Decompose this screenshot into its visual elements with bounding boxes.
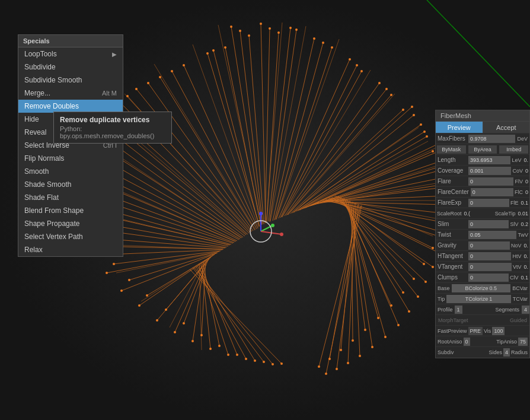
gravity-label: Gravity [436,242,468,249]
menu-item-label: Reveal [24,128,46,136]
twist-bar[interactable]: 0.05 [468,231,516,239]
menu-item-shape-propagate[interactable]: Shape Propagate [18,217,123,230]
svg-point-238 [364,329,366,331]
menu-item-relax[interactable]: Relax [18,243,123,256]
svg-point-236 [377,317,379,319]
svg-point-157 [420,123,422,126]
slim-label: Slim [436,221,468,227]
svg-point-229 [128,279,130,281]
accept-button[interactable]: Accept [483,122,530,133]
length-bar[interactable]: 393.6953 [468,156,510,164]
vtv-value: 0. [522,264,529,270]
vtangent-bar[interactable]: 0 [468,263,512,271]
svg-point-206 [356,64,358,66]
flareexp-bar[interactable]: 0 [468,199,509,207]
clumps-bar[interactable]: 0 [468,273,509,282]
nov-value: 0. [522,243,529,249]
svg-point-183 [156,319,158,322]
twist-label: Twist [436,231,468,238]
menu-item-flip-normals[interactable]: Flip Normals [18,152,123,165]
svg-point-250 [271,224,274,227]
rootaniso-value[interactable]: 0 [464,338,470,346]
bcolorize-btn[interactable]: BColorize 0.5 [452,284,511,292]
svg-point-154 [402,109,404,111]
svg-point-231 [146,294,148,297]
vtv-label: VtV [512,264,523,270]
svg-point-239 [218,345,221,347]
sides-label: Sides [489,349,502,355]
base-label: Base [436,285,452,291]
svg-point-203 [171,70,173,72]
svg-point-234 [390,304,392,307]
maxfibers-bar[interactable]: 0.9708 [468,135,515,143]
flarecenter-bar[interactable]: 0 [471,188,513,196]
menu-item-remove-doubles[interactable]: Remove Doubles [18,100,123,113]
htangent-label: HTangent [436,253,468,259]
svg-point-159 [426,135,428,138]
maxfibers-value: 0.9708 [470,136,487,142]
menu-item-blend-from-shape[interactable]: Blend From Shape [18,204,123,217]
svg-point-139 [277,31,280,34]
scaletip-label: ScaleTip [494,211,517,217]
flare-bar[interactable]: 0 [468,177,513,186]
flarecenter-value: 0 [472,189,475,195]
svg-point-179 [120,289,123,292]
menu-item-merge[interactable]: Merge... Alt M [18,87,123,100]
svg-point-237 [200,334,203,336]
svg-point-148 [349,58,351,61]
byarea-btn[interactable]: ByArea [468,145,497,154]
imbed-btn[interactable]: Imbed [499,145,528,154]
menu-item-label: Merge... [24,89,50,97]
svg-point-156 [411,106,413,108]
scaleroot-label: ScaleRoot [436,211,463,217]
menu-item-shade-smooth[interactable]: Shade Smooth [18,178,123,191]
svg-point-177 [106,272,108,274]
menu-item-select-vertex-path[interactable]: Select Vertex Path [18,230,123,243]
menu-title: Specials [18,35,123,47]
bymask-btn[interactable]: ByMask [437,145,466,154]
gravity-bar[interactable]: 0 [468,241,510,250]
svg-point-226 [432,247,434,249]
vis-value[interactable]: 100 [492,327,505,335]
cov-label: CoV [511,168,524,174]
slim-bar[interactable]: 0 [468,220,509,228]
sides-value[interactable]: 4 [503,348,510,357]
menu-item-subdivide[interactable]: Subdivide [18,61,123,74]
profile-value[interactable]: 1 [455,306,462,314]
vtangent-label: VTangent [436,263,468,270]
slim-value: 0 [470,221,473,227]
svg-point-142 [260,23,262,25]
menu-item-subdivide-smooth[interactable]: Subdivide Smooth [18,74,123,87]
svg-point-228 [423,263,425,265]
svg-point-207 [126,95,129,97]
preview-button[interactable]: Preview [436,122,483,133]
twv-label: TwV [516,232,529,238]
svg-point-137 [224,46,226,49]
coverage-bar[interactable]: 0.001 [468,167,511,175]
svg-point-192 [359,355,361,357]
svg-point-197 [280,362,283,365]
segments-value[interactable]: 4 [522,306,529,314]
specials-context-menu: Specials LoopTools ▶ Subdivide Subdivide… [18,34,123,257]
menu-item-looptools[interactable]: LoopTools ▶ [18,47,123,61]
flareexp-label: FlareExp [436,199,468,206]
menu-item-shade-flat[interactable]: Shade Flat [18,191,123,204]
svg-point-146 [159,76,161,78]
tipaniso-value[interactable]: 75 [518,338,528,346]
svg-point-227 [113,263,115,265]
svg-point-246 [318,365,320,368]
pre-btn[interactable]: PRE [468,327,483,335]
clumps-label: Clumps [436,274,468,281]
flare-value: 0 [470,179,473,184]
svg-point-196 [336,368,338,370]
svg-point-235 [183,322,185,324]
htangent-bar[interactable]: 0 [468,252,511,260]
svg-point-240 [352,339,354,342]
svg-point-210 [413,114,415,116]
menu-item-smooth[interactable]: Smooth [18,165,123,178]
flarecenter-label: FlareCenter [436,189,471,195]
lev-value: 0. [522,157,529,163]
svg-point-248 [259,212,263,215]
tcolorize-btn[interactable]: TColorize 1 [446,295,510,303]
tcvar-label: TCVar [511,296,529,302]
